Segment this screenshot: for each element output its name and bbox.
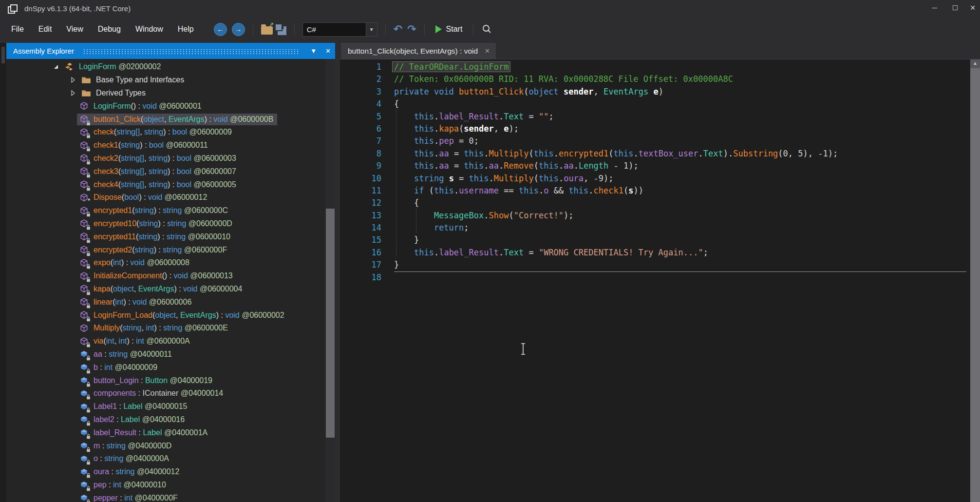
tree-row-content[interactable]: kapa(object, EventArgs) : void @06000004	[77, 283, 246, 295]
tree-row-content[interactable]: Base Type and Interfaces	[79, 74, 188, 86]
tab-close-icon[interactable]: ✕	[485, 47, 490, 55]
code-line[interactable]: 17}	[340, 259, 970, 271]
tree-row-content[interactable]: LoginForm() : void @06000001	[77, 100, 206, 112]
tree-row-content[interactable]: o : string @0400000A	[77, 453, 173, 464]
language-select[interactable]: C# ▼	[302, 22, 377, 37]
tree-row-content[interactable]: components : IContainer @04000014	[77, 387, 227, 399]
minimize-button[interactable]: ─	[924, 0, 945, 16]
tree-row[interactable]: Multiply(string, int) : string @0600000E	[6, 322, 325, 335]
code-line[interactable]: 8 this.aa = this.Multiply(this.encrypted…	[340, 148, 970, 160]
tree-row[interactable]: aa : string @04000011	[6, 348, 325, 361]
panel-grip[interactable]	[1, 47, 5, 63]
tree-row[interactable]: InitializeComponent() : void @06000013	[6, 270, 325, 283]
tree-row[interactable]: Derived Types	[6, 87, 325, 100]
tree-row-content[interactable]: oura : string @04000012	[77, 466, 183, 478]
expander-expanded-icon[interactable]	[53, 64, 59, 70]
tree-row[interactable]: button_Login : Button @04000019	[6, 374, 325, 387]
scroll-up-arrow-icon[interactable]: ▲	[970, 60, 980, 66]
code-line[interactable]: 3private void button1_Click(object sende…	[340, 86, 970, 98]
assembly-explorer-header[interactable]: Assembly Explorer ▼ ✕	[6, 43, 335, 59]
chevron-down-icon[interactable]: ▼	[366, 23, 377, 36]
tree-row[interactable]: label_Result : Label @0400001A	[6, 426, 325, 439]
tree-row-content[interactable]: button_Login : Button @04000019	[77, 375, 216, 386]
tree-row-content[interactable]: check2(string[], string) : bool @0600000…	[77, 153, 240, 164]
editor-scrollbar-thumb[interactable]	[970, 68, 980, 502]
tree-row-content[interactable]: check1(string) : bool @06000011	[77, 139, 212, 151]
tree-row-content[interactable]: check(string[], string) : bool @06000009	[77, 126, 236, 138]
tree-row[interactable]: check1(string) : bool @06000011	[6, 139, 325, 152]
tree-row-content[interactable]: LoginForm @02000002	[62, 61, 165, 73]
code-line[interactable]: 12 {	[340, 197, 970, 209]
panel-close-icon[interactable]: ✕	[321, 47, 335, 55]
tree-row-content[interactable]: button1_Click(object, EventArgs) : void …	[77, 114, 277, 125]
tab-button1-click[interactable]: button1_Click(object, EventArgs) : void …	[341, 43, 496, 59]
maximize-button[interactable]: ☐	[945, 0, 965, 16]
tree-row-content[interactable]: linear(int) : void @06000006	[77, 296, 195, 308]
code-line[interactable]: 16 this.label_Result.Text = "WRONG CREDE…	[340, 247, 970, 259]
code-line[interactable]: 11 if (this.username == this.o && this.c…	[340, 185, 970, 197]
tree-row[interactable]: oura : string @04000012	[6, 465, 325, 479]
tree-row[interactable]: encrypted11(string) : string @06000010	[6, 230, 325, 243]
tree-row[interactable]: LoginForm @02000002	[6, 60, 325, 74]
expander-collapsed-icon[interactable]	[70, 90, 76, 96]
tree-row-content[interactable]: b : int @04000009	[77, 362, 161, 373]
code-line[interactable]: 2// Token: 0x0600000B RID: 11 RVA: 0x000…	[340, 73, 970, 85]
code-line[interactable]: 1// TearORDear.LoginForm	[340, 61, 970, 73]
tree-row[interactable]: Label1 : Label @04000015	[6, 400, 325, 413]
tree-row-content[interactable]: aa : string @04000011	[77, 348, 176, 360]
redo-icon[interactable]: ↷	[407, 24, 416, 34]
code-line[interactable]: 10 string s = this.Multiply(this.oura, -…	[340, 173, 970, 185]
tree-row-content[interactable]: label_Result : Label @0400001A	[77, 427, 211, 439]
tree-row[interactable]: label2 : Label @04000016	[6, 413, 325, 426]
tree-row-content[interactable]: pepper : int @0400000F	[77, 492, 182, 502]
tree-row-content[interactable]: *Dispose(bool) : void @06000012	[77, 192, 211, 203]
tree-row[interactable]: components : IContainer @04000014	[6, 387, 325, 400]
tree-row-content[interactable]: expo(int) : void @06000008	[77, 257, 193, 269]
code-editor[interactable]: 1// TearORDear.LoginForm2// Token: 0x060…	[340, 59, 970, 502]
tree-row-content[interactable]: encrypted11(string) : string @06000010	[77, 231, 234, 243]
tree-row-content[interactable]: via(int, int) : int @0600000A	[77, 335, 194, 347]
tree-row[interactable]: encrypted1(string) : string @0600000C	[6, 204, 325, 217]
tree-row[interactable]: pep : int @04000010	[6, 479, 325, 492]
tree-row-content[interactable]: m : string @0400000D	[77, 440, 175, 452]
tree-row-content[interactable]: check3(string[], string) : bool @0600000…	[77, 166, 240, 177]
open-file-icon[interactable]	[261, 26, 273, 35]
menu-item-edit[interactable]: Edit	[31, 22, 59, 37]
search-icon[interactable]	[481, 24, 492, 35]
tree-row[interactable]: check(string[], string) : bool @06000009	[6, 126, 325, 139]
tree-row[interactable]: via(int, int) : int @0600000A	[6, 335, 325, 348]
close-button[interactable]: ✕	[965, 0, 980, 16]
tree-scrollbar-thumb[interactable]	[326, 209, 335, 438]
tree-row-content[interactable]: label2 : Label @04000016	[77, 414, 188, 425]
tree-row[interactable]: b : int @04000009	[6, 361, 325, 374]
menu-item-file[interactable]: File	[4, 22, 31, 37]
code-line[interactable]: 9 this.aa = this.aa.Remove(this.aa.Lengt…	[340, 160, 970, 172]
tree-row[interactable]: *Dispose(bool) : void @06000012	[6, 191, 325, 204]
tree-row[interactable]: o : string @0400000A	[6, 452, 325, 465]
expander-collapsed-icon[interactable]	[70, 77, 76, 83]
tree-row[interactable]: pepper : int @0400000F	[6, 491, 325, 502]
code-line[interactable]: 18	[340, 271, 970, 284]
tree-row[interactable]: button1_Click(object, EventArgs) : void …	[6, 113, 325, 126]
tree-scrollbar-track[interactable]	[325, 59, 335, 502]
menu-item-debug[interactable]: Debug	[91, 22, 128, 37]
code-line[interactable]: 13 MessageBox.Show("Correct!");	[340, 210, 970, 222]
tree-row[interactable]: linear(int) : void @06000006	[6, 295, 325, 309]
tree-row[interactable]: encrypted2(string) : string @0600000F	[6, 243, 325, 256]
tree-row-content[interactable]: Multiply(string, int) : string @0600000E	[77, 322, 232, 334]
code-line[interactable]: 15 }	[340, 234, 970, 246]
start-button[interactable]: Start	[433, 25, 466, 34]
menu-item-help[interactable]: Help	[170, 22, 201, 37]
panel-menu-chevron-icon[interactable]: ▼	[306, 47, 321, 55]
tree-row[interactable]: expo(int) : void @06000008	[6, 256, 325, 270]
tree-row[interactable]: check2(string[], string) : bool @0600000…	[6, 152, 325, 165]
menu-item-window[interactable]: Window	[128, 22, 170, 37]
tree-row[interactable]: m : string @0400000D	[6, 439, 325, 452]
code-line[interactable]: 7 this.pep = 0;	[340, 135, 970, 147]
tree-row[interactable]: LoginForm_Load(object, EventArgs) : void…	[6, 309, 325, 322]
tree-row[interactable]: Base Type and Interfaces	[6, 74, 325, 87]
tree-row-content[interactable]: encrypted1(string) : string @0600000C	[77, 205, 232, 216]
code-line[interactable]: 5 this.label_Result.Text = "";	[340, 111, 970, 123]
tree-row-content[interactable]: encrypted2(string) : string @0600000F	[77, 244, 231, 256]
tree-row-content[interactable]: InitializeComponent() : void @06000013	[77, 270, 237, 282]
